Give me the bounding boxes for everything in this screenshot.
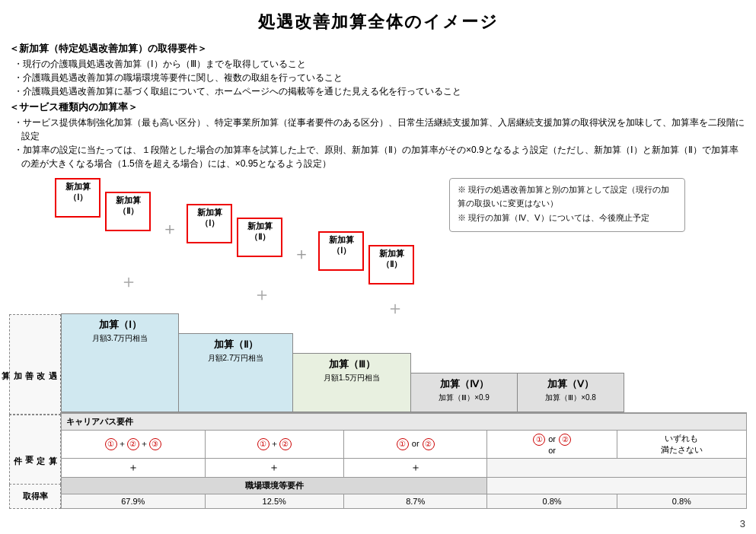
new-kasan-section: ＜新加算（特定処遇改善加算）の取得要件＞ 現行の介護職員処遇改善加算（Ⅰ）から（… (9, 43, 747, 98)
kasan-block-5: 加算（Ⅴ） 加算（Ⅲ）×0.8 (518, 373, 624, 412)
bullet-1: 現行の介護職員処遇改善加算（Ⅰ）から（Ⅲ）までを取得していること (14, 57, 747, 71)
plus-1: ＋ (161, 218, 178, 240)
circle-1: ① (105, 438, 117, 450)
plus-1: ＋ (62, 459, 206, 478)
left-label-requirements: 算定要件 (9, 415, 61, 485)
circle-3: ③ (149, 438, 161, 450)
left-label-rate: 取得率 (9, 485, 61, 509)
circle-9: ② (559, 434, 571, 446)
plus-3: ＋ (343, 459, 487, 478)
kasan-1-title: 加算（Ⅰ） (99, 319, 142, 332)
note-1: ※ 現行の処遇改善加算と別の加算として設定（現行の加算の取扱いに変更はない） (458, 183, 677, 210)
rate-5: 0.8% (617, 494, 746, 509)
new-kasan-box-3ii: 新加算（Ⅱ） (368, 245, 414, 284)
req-5: いずれも満たさない (617, 431, 746, 459)
left-label-current: 現行の処遇改善加算の区分 (9, 314, 61, 415)
page-title: 処遇改善加算全体のイメージ (9, 6, 747, 40)
new-kasan-header: ＜新加算（特定処遇改善加算）の取得要件＞ (9, 43, 747, 56)
new-kasan-bullets: 現行の介護職員処遇改善加算（Ⅰ）から（Ⅲ）までを取得していること 介護職員処遇改… (14, 57, 747, 98)
staircase-and-note: 新加算（Ⅰ） 新加算（Ⅱ） ＋ 新加算（Ⅰ） 新加算（Ⅱ） ＋ (9, 178, 747, 311)
circle-5: ② (279, 438, 292, 450)
career-header-row: キャリアパス要件 (62, 414, 747, 431)
stair-plus-3: ＋ (386, 296, 404, 320)
bullet-3: 介護職員処遇改善加算に基づく取組について、ホームページへの掲載等を通じた見える化… (14, 84, 747, 98)
circle-8: ① (533, 434, 545, 446)
kasan-2-sub: 月額2.7万円相当 (208, 353, 264, 364)
page-number: 3 (740, 518, 745, 529)
workplace-empty (487, 478, 747, 494)
req-3: ① or ② (343, 431, 487, 459)
note-box: ※ 現行の処遇改善加算と別の加算として設定（現行の加算の取扱いに変更はない） ※… (449, 178, 685, 232)
stair-blocks: 加算（Ⅰ） 月額3.7万円相当 加算（Ⅱ） 月額2.7万円相当 加算（Ⅲ） 月額… (61, 314, 747, 413)
kasan-block-4: 加算（Ⅳ） 加算（Ⅲ）×0.9 (411, 373, 518, 412)
left-labels: 現行の処遇改善加算の区分 算定要件 取得率 (9, 314, 61, 509)
circle-7: ② (423, 438, 435, 450)
requirements-row: ①＋②＋③ ①＋② ① or ② ① or ②or いずれも満たさない (62, 431, 747, 459)
kasan-1-sub: 月額3.7万円相当 (92, 333, 148, 344)
workplace-row: 職場環境等要件 (62, 478, 747, 494)
kasan-3-title: 加算（Ⅲ） (329, 358, 375, 371)
req-2: ①＋② (205, 431, 343, 459)
kasan-4-title: 加算（Ⅳ） (440, 378, 489, 391)
rate-1: 67.9% (62, 494, 206, 509)
new-kasan-box-3i: 新加算（Ⅰ） (318, 231, 364, 271)
service-header: ＜サービス種類内の加算率＞ (9, 101, 747, 114)
workplace-label: 職場環境等要件 (62, 478, 487, 494)
kasan-2-title: 加算（Ⅱ） (214, 339, 258, 351)
plus-2: ＋ (293, 243, 310, 265)
staircase-container: 新加算（Ⅰ） 新加算（Ⅱ） ＋ 新加算（Ⅰ） 新加算（Ⅱ） ＋ (9, 178, 435, 311)
main-table-area: 現行の処遇改善加算の区分 算定要件 取得率 加算（Ⅰ） 月額3.7万円相当 (9, 314, 747, 509)
stair-plus-1: ＋ (120, 269, 138, 294)
req-1: ①＋②＋③ (62, 431, 206, 459)
new-kasan-box-2i: 新加算（Ⅰ） (187, 204, 232, 243)
service-bullets: サービス提供体制強化加算（最も高い区分）、特定事業所加算（従事者要件のある区分）… (14, 116, 747, 170)
plus-2: ＋ (205, 459, 343, 478)
info-table: キャリアパス要件 ①＋②＋③ ①＋② ① or ② (61, 413, 747, 509)
right-grid: 加算（Ⅰ） 月額3.7万円相当 加算（Ⅱ） 月額2.7万円相当 加算（Ⅲ） 月額… (61, 314, 747, 509)
service-bullet-2: 加算率の設定に当たっては、１段階とした場合の加算率を試算した上で、原則、新加算（… (14, 143, 747, 170)
circle-2: ② (127, 438, 139, 450)
circle-6: ① (397, 438, 409, 450)
req-4: ① or ②or (487, 431, 617, 459)
kasan-5-sub: 加算（Ⅲ）×0.8 (545, 393, 596, 403)
note-2: ※ 現行の加算（Ⅳ、Ⅴ）については、今後廃止予定 (458, 211, 677, 225)
service-section: ＜サービス種類内の加算率＞ サービス提供体制強化加算（最も高い区分）、特定事業所… (9, 101, 747, 170)
circle-4: ① (257, 438, 270, 450)
diagram-area: 新加算（Ⅰ） 新加算（Ⅱ） ＋ 新加算（Ⅰ） 新加算（Ⅱ） ＋ (9, 178, 747, 509)
career-path-label: キャリアパス要件 (62, 414, 747, 431)
kasan-3-sub: 月額1.5万円相当 (324, 373, 380, 383)
empty-cell (487, 459, 747, 478)
kasan-5-title: 加算（Ⅴ） (547, 378, 594, 391)
new-kasan-box-2ii: 新加算（Ⅱ） (237, 218, 282, 257)
rate-3: 8.7% (343, 494, 487, 509)
new-kasan-box-1i: 新加算（Ⅰ） (55, 178, 100, 218)
rate-2: 12.5% (205, 494, 343, 509)
bullet-2: 介護職員処遇改善加算の職場環境等要件に関し、複数の取組を行っていること (14, 71, 747, 84)
kasan-block-2: 加算（Ⅱ） 月額2.7万円相当 (179, 333, 293, 412)
service-bullet-1: サービス提供体制強化加算（最も高い区分）、特定事業所加算（従事者要件のある区分）… (14, 116, 747, 143)
rate-4: 0.8% (487, 494, 617, 509)
page: 処遇改善加算全体のイメージ ＜新加算（特定処遇改善加算）の取得要件＞ 現行の介護… (0, 0, 756, 534)
stair-plus-2: ＋ (253, 282, 271, 307)
kasan-4-sub: 加算（Ⅲ）×0.9 (439, 393, 490, 403)
new-kasan-box-1ii: 新加算（Ⅱ） (105, 192, 151, 231)
kasan-block-3: 加算（Ⅲ） 月額1.5万円相当 (293, 353, 411, 412)
kasan-block-1: 加算（Ⅰ） 月額3.7万円相当 (61, 313, 179, 412)
acquisition-row: 67.9% 12.5% 8.7% 0.8% 0.8% (62, 494, 747, 509)
plus-row: ＋ ＋ ＋ (62, 459, 747, 478)
